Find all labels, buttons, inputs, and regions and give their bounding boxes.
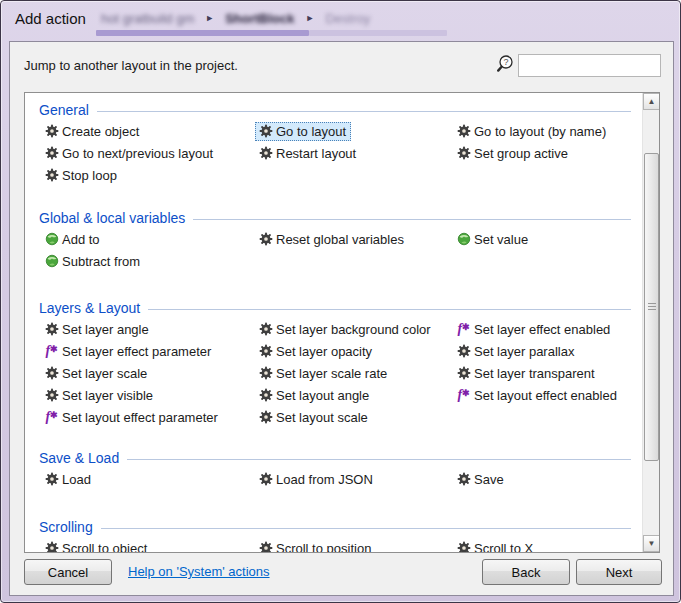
action-item-label: Save [474,472,504,487]
gear-icon [258,541,273,554]
action-item[interactable]: Scroll to object [41,539,152,554]
action-item-label: Set layer background color [276,322,431,337]
action-item-label: Create object [62,124,139,139]
action-item-label: Load [62,472,91,487]
action-item[interactable]: Go to next/previous layout [41,144,218,163]
section-rule [97,111,631,112]
action-item-label: Set layer scale [62,366,147,381]
action-item-label: Load from JSON [276,472,373,487]
action-item[interactable]: Set layer visible [41,386,158,405]
scrollbar-thumb[interactable] [644,153,659,461]
breadcrumb: hot gratbuild gm ► ShortBlock ► Destroy [101,11,370,26]
action-item-label: Set layout effect enabled [474,388,617,403]
action-item[interactable]: f✱Set layer effect enabled [453,320,615,339]
instruction-text: Jump to another layout in the project. [24,58,238,73]
section-header: Scrolling [25,517,641,537]
action-item-label: Go to layout (by name) [474,124,606,139]
action-item[interactable]: Restart layout [255,144,361,163]
action-item[interactable]: Add to [41,230,105,249]
search-icon: ? [494,53,516,75]
scrollbar-up-arrow[interactable]: ▲ [643,93,660,110]
action-item[interactable]: f✱Set layout effect enabled [453,386,622,405]
action-item[interactable]: Set layer angle [41,320,154,339]
action-item[interactable]: f✱Set layout effect parameter [41,408,223,427]
action-item[interactable]: Scroll to position [255,539,376,554]
gear-icon [258,366,273,381]
search-input[interactable] [518,54,661,77]
breadcrumb-item[interactable]: Destroy [325,11,370,26]
tab-indicator [309,30,447,36]
action-item[interactable]: Set layout scale [255,408,373,427]
breadcrumb-item[interactable]: ShortBlock [225,11,294,26]
action-item[interactable]: Create object [41,122,144,141]
action-item[interactable]: Set layer parallax [453,342,579,361]
action-item[interactable]: Save [453,470,509,489]
gear-icon [44,146,59,161]
section-save-load: Save & LoadLoadLoad from JSONSave [25,448,641,490]
gear-icon [456,472,471,487]
breadcrumb-arrow-icon: ► [306,13,315,23]
action-item-label: Scroll to object [62,541,147,554]
action-item[interactable]: Go to layout (by name) [453,122,611,141]
action-item[interactable]: Set layer background color [255,320,436,339]
action-item[interactable]: Stop loop [41,166,122,185]
gear-icon [44,322,59,337]
action-item[interactable]: Set layer scale [41,364,152,383]
section-rule [101,528,631,529]
action-item[interactable]: Set layer transparent [453,364,600,383]
action-item[interactable]: Set group active [453,144,573,163]
gear-icon [456,124,471,139]
action-item-label: Set layer visible [62,388,153,403]
action-item[interactable]: Load [41,470,96,489]
svg-text:?: ? [503,57,508,67]
action-item[interactable]: Set value [453,230,533,249]
fx-icon: f✱ [44,344,59,359]
back-button[interactable]: Back [482,559,570,585]
section-rule [127,459,631,460]
next-button[interactable]: Next [576,559,662,585]
action-item[interactable]: Scroll to X [453,539,538,554]
gear-icon [258,410,273,425]
section-rule [193,219,631,220]
action-item[interactable]: Load from JSON [255,470,378,489]
section-title: General [39,102,89,118]
scrollbar-grip-icon [648,303,656,311]
action-item[interactable]: Set layer opacity [255,342,377,361]
global-variable-icon [44,232,59,247]
gear-icon [258,472,273,487]
action-item-label: Scroll to X [474,541,533,554]
global-variable-icon [456,232,471,247]
section-header: Layers & Layout [25,298,641,318]
action-item[interactable]: Reset global variables [255,230,409,249]
action-item-label: Reset global variables [276,232,404,247]
gear-icon [44,472,59,487]
action-item-label: Scroll to position [276,541,371,554]
scrollbar[interactable]: ▲ ▼ [642,93,659,552]
action-item-label: Subtract from [62,254,140,269]
action-item[interactable]: f✱Set layer effect parameter [41,342,216,361]
gear-icon [258,322,273,337]
action-item-label: Go to layout [276,124,346,139]
add-action-dialog: Add action hot gratbuild gm ► ShortBlock… [0,0,681,603]
gear-icon [258,146,273,161]
scrollbar-down-arrow[interactable]: ▼ [643,535,660,552]
action-item-label: Set group active [474,146,568,161]
dialog-title: Add action [15,10,86,27]
action-item[interactable]: Set layout angle [255,386,374,405]
action-item-label: Set layout effect parameter [62,410,218,425]
action-item[interactable]: Go to layout [255,122,351,141]
action-item-label: Set value [474,232,528,247]
action-item-label: Add to [62,232,100,247]
gear-icon [44,124,59,139]
gear-icon [44,388,59,403]
action-item-label: Set layer opacity [276,344,372,359]
help-link[interactable]: Help on 'System' actions [128,564,270,579]
section-general: GeneralCreate objectGo to layoutGo to la… [25,100,641,186]
cancel-button[interactable]: Cancel [24,559,112,585]
action-item[interactable]: Set layer scale rate [255,364,392,383]
breadcrumb-item[interactable]: hot gratbuild gm [101,11,194,26]
action-item[interactable]: Subtract from [41,252,145,271]
global-variable-icon [44,254,59,269]
action-item-label: Set layer effect enabled [474,322,610,337]
action-item-label: Stop loop [62,168,117,183]
